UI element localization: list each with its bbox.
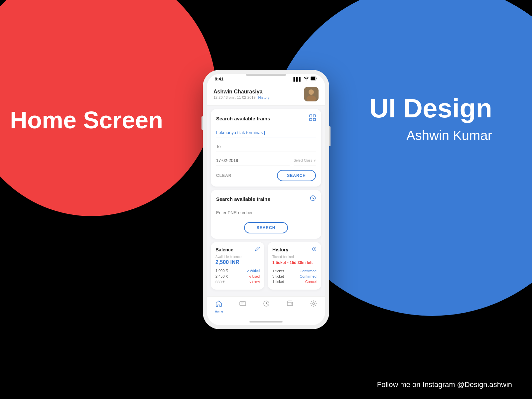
avatar-image bbox=[304, 87, 319, 101]
svg-point-3 bbox=[309, 89, 314, 95]
class-select-dropdown[interactable]: Select Class ∨ bbox=[294, 155, 316, 166]
balance-amount-1: 1,000 ₹ bbox=[215, 269, 228, 273]
settings-icon bbox=[310, 300, 317, 309]
status-time: 9:41 bbox=[215, 76, 223, 81]
nav-tickets[interactable] bbox=[239, 300, 246, 313]
pnr-search-button[interactable]: SEARCH bbox=[244, 222, 288, 233]
nav-settings[interactable] bbox=[310, 300, 317, 313]
svg-point-15 bbox=[291, 304, 292, 305]
nav-wallet[interactable] bbox=[286, 300, 294, 313]
history-subtitle: Ticked booked bbox=[272, 255, 317, 259]
added-label-1: ↗ Added bbox=[247, 269, 260, 273]
history-card-header: History bbox=[272, 247, 317, 252]
pnr-card-title: Search available trains bbox=[216, 196, 270, 202]
search-trains-card-header: Search available trains bbox=[216, 114, 316, 123]
balance-title: Balence bbox=[215, 247, 233, 252]
history-timer-icon bbox=[312, 247, 317, 252]
nav-home[interactable]: Home bbox=[215, 300, 223, 313]
history-card: History Ticked booked 1 ticket - 15d 30m… bbox=[268, 242, 321, 290]
phone-screen: 9:41 ▌▌▌ Ashwin Chaurasiya bbox=[207, 74, 325, 325]
home-bar bbox=[249, 321, 283, 323]
ui-design-label: UI Design bbox=[369, 93, 492, 124]
train-grid-icon bbox=[309, 114, 316, 123]
history-row-1: 1 ticket Confirmed bbox=[272, 268, 317, 274]
to-input[interactable] bbox=[216, 141, 316, 152]
user-header: Ashwin Chaurasiya 12:20:43 pm , 11-02-20… bbox=[207, 83, 325, 106]
pnr-input[interactable] bbox=[216, 207, 316, 218]
date-class-row: Select Class ∨ bbox=[216, 155, 316, 166]
home-indicator bbox=[207, 319, 325, 325]
status-1: Confirmed bbox=[300, 269, 317, 273]
history-row-3: 1 ticket Cancel bbox=[272, 279, 317, 284]
avatar[interactable] bbox=[304, 87, 319, 101]
history-row-2: 3 ticket Confirmed bbox=[272, 274, 317, 279]
balance-amount-3: 650 ₹ bbox=[215, 280, 225, 284]
phone-content-scroll[interactable]: Ashwin Chaurasiya 12:20:43 pm , 11-02-20… bbox=[207, 83, 325, 296]
svg-rect-6 bbox=[313, 115, 316, 117]
balance-available-label: Available balence bbox=[215, 255, 260, 259]
balance-row-2: 2,450 ₹ ↘ Used bbox=[215, 274, 260, 279]
search-button[interactable]: SEARCH bbox=[277, 170, 316, 181]
user-datetime: 12:20:43 pm , 11-02-2019 bbox=[213, 95, 256, 99]
designer-name-label: Ashwin Kumar bbox=[406, 128, 492, 143]
balance-edit-icon bbox=[255, 247, 260, 252]
clear-button[interactable]: CLEAR bbox=[216, 173, 231, 178]
date-input[interactable] bbox=[216, 155, 290, 166]
wifi-icon bbox=[304, 76, 309, 81]
history-title: History bbox=[272, 247, 288, 252]
chevron-down-icon: ∨ bbox=[314, 159, 316, 162]
pnr-card-header: Search available trains bbox=[216, 195, 316, 203]
home-screen-label: Home Screen bbox=[10, 106, 163, 134]
bottom-cards-row: Balence Available balence 2,500 INR 1,00… bbox=[211, 242, 321, 290]
svg-rect-7 bbox=[310, 118, 312, 121]
history-highlight: 1 ticket - 15d 30m left bbox=[272, 260, 317, 266]
follow-label: Follow me on Instagram @Design.ashwin bbox=[377, 380, 512, 389]
pnr-timer-icon bbox=[310, 195, 316, 203]
home-icon bbox=[215, 300, 222, 309]
balance-row-3: 650 ₹ ↘ Used bbox=[215, 279, 260, 285]
wallet-icon bbox=[286, 300, 294, 309]
status-2: Confirmed bbox=[300, 274, 317, 278]
pnr-search-card: Search available trains SEARCH bbox=[211, 190, 321, 239]
user-name: Ashwin Chaurasiya bbox=[213, 89, 304, 95]
nav-history-icon bbox=[263, 300, 270, 309]
used-label-3: ↘ Used bbox=[248, 280, 260, 284]
search-trains-title: Search available trains bbox=[216, 116, 270, 121]
phone-mockup: 9:41 ▌▌▌ Ashwin Chaurasiya bbox=[203, 70, 329, 329]
balance-amount-2: 2,450 ₹ bbox=[215, 274, 228, 279]
used-label-2: ↘ Used bbox=[248, 275, 260, 278]
status-3: Cancel bbox=[305, 280, 317, 284]
battery-icon bbox=[311, 76, 317, 81]
svg-rect-11 bbox=[240, 302, 246, 306]
svg-rect-1 bbox=[311, 77, 315, 80]
phone-outer-shell: 9:41 ▌▌▌ Ashwin Chaurasiya bbox=[203, 70, 329, 329]
class-select-label: Select Class bbox=[294, 159, 312, 162]
status-icons: ▌▌▌ bbox=[293, 76, 317, 81]
bottom-navigation: Home bbox=[207, 296, 325, 319]
svg-rect-8 bbox=[313, 118, 316, 121]
history-link[interactable]: History bbox=[258, 95, 270, 99]
nav-home-label: Home bbox=[215, 310, 223, 313]
user-info: Ashwin Chaurasiya 12:20:43 pm , 11-02-20… bbox=[213, 89, 304, 99]
search-trains-card: Search available trains Select Class ∨ bbox=[211, 109, 321, 187]
user-meta: 12:20:43 pm , 11-02-2019 History bbox=[213, 95, 304, 99]
balance-amount: 2,500 INR bbox=[215, 259, 260, 265]
balance-card: Balence Available balence 2,500 INR 1,00… bbox=[211, 242, 264, 290]
volume-button bbox=[201, 116, 203, 130]
phone-notch bbox=[246, 74, 286, 76]
ticket-count-3: 1 ticket bbox=[272, 280, 284, 284]
signal-icon: ▌▌▌ bbox=[293, 77, 302, 81]
balance-card-header: Balence bbox=[215, 247, 260, 252]
ticket-count-1: 1 ticket bbox=[272, 269, 284, 273]
balance-row-1: 1,000 ₹ ↗ Added bbox=[215, 268, 260, 274]
ticket-count-2: 3 ticket bbox=[272, 274, 284, 278]
tickets-icon bbox=[239, 300, 246, 309]
power-button bbox=[329, 126, 331, 146]
nav-history[interactable] bbox=[263, 300, 270, 313]
svg-rect-5 bbox=[310, 115, 312, 117]
from-input[interactable] bbox=[216, 127, 316, 138]
svg-point-16 bbox=[313, 303, 315, 305]
search-button-row: CLEAR SEARCH bbox=[216, 170, 316, 181]
